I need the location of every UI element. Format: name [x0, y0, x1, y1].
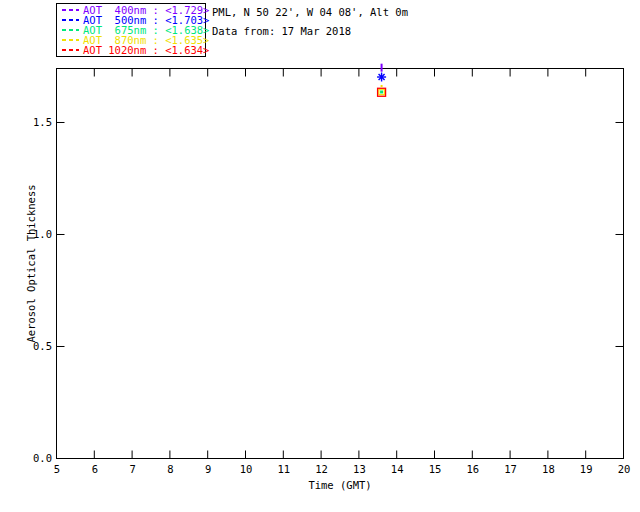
- x-tick-label: 13: [353, 463, 366, 475]
- y-tick-label: 1.5: [33, 116, 52, 128]
- x-tick-label: 10: [240, 463, 253, 475]
- y-axis-label: Aerosol Optical Thickness: [25, 184, 37, 342]
- x-tick-label: 9: [205, 463, 211, 475]
- x-axis-label: Time (GMT): [308, 479, 371, 491]
- legend-dash-sample: [62, 19, 79, 21]
- x-tick-label: 14: [391, 463, 404, 475]
- legend-entry: AOT 1020nm : <1.634>: [57, 45, 205, 55]
- plot-svg: 5678910111213141516171819200.00.51.01.5T…: [0, 0, 640, 512]
- x-tick-label: 5: [54, 463, 60, 475]
- legend-dash-sample: [62, 39, 79, 41]
- legend-entry-text: AOT 1020nm : <1.634>: [83, 45, 209, 55]
- x-tick-label: 12: [315, 463, 328, 475]
- x-tick-label: 11: [277, 463, 290, 475]
- legend-dash-sample: [62, 29, 79, 31]
- x-tick-label: 19: [580, 463, 593, 475]
- x-tick-label: 17: [504, 463, 517, 475]
- legend-dash-sample: [62, 9, 79, 11]
- x-tick-label: 18: [542, 463, 555, 475]
- aot-plot-page: 5678910111213141516171819200.00.51.01.5T…: [0, 0, 640, 512]
- data-point-square-center: [380, 90, 383, 93]
- legend-box: AOT 400nm : <1.729>AOT 500nm : <1.703>AO…: [56, 3, 206, 57]
- x-tick-label: 6: [92, 463, 98, 475]
- header-location: PML, N 50 22', W 04 08', Alt 0m: [212, 6, 408, 18]
- y-tick-label: 0.0: [33, 452, 52, 464]
- x-tick-label: 7: [129, 463, 135, 475]
- x-tick-label: 8: [167, 463, 173, 475]
- x-tick-label: 15: [429, 463, 442, 475]
- header-date: Data from: 17 Mar 2018: [212, 25, 351, 37]
- x-tick-label: 16: [466, 463, 479, 475]
- legend-dash-sample: [62, 49, 79, 51]
- data-point-square-notch: [381, 85, 383, 87]
- x-tick-label: 20: [618, 463, 631, 475]
- axis-frame: [57, 69, 624, 459]
